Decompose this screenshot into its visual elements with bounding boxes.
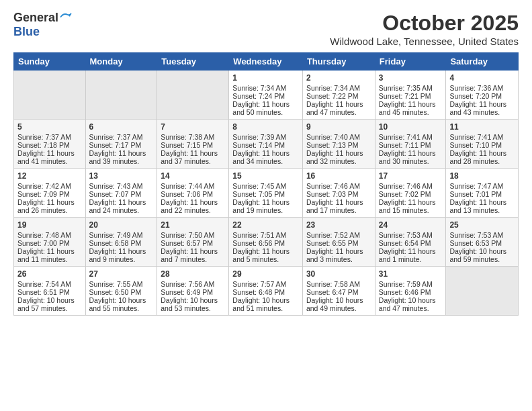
calendar-day-cell: 19 Sunrise: 7:48 AM Sunset: 7:00 PM Dayl… xyxy=(14,218,86,267)
sunrise-text: Sunrise: 7:36 AM xyxy=(449,84,503,92)
day-number: 12 xyxy=(17,171,82,181)
daylight-text: Daylight: 11 hours and 13 minutes. xyxy=(449,198,506,214)
sunset-text: Sunset: 6:50 PM xyxy=(89,288,142,296)
day-of-week-header: Friday xyxy=(375,53,446,71)
sunrise-text: Sunrise: 7:43 AM xyxy=(89,182,143,190)
title-block: October 2025 Wildwood Lake, Tennessee, U… xyxy=(330,11,519,47)
day-number: 26 xyxy=(17,269,82,279)
day-number: 25 xyxy=(449,220,515,230)
sunrise-text: Sunrise: 7:57 AM xyxy=(232,280,286,288)
daylight-text: Daylight: 11 hours and 50 minutes. xyxy=(232,100,290,116)
day-number: 16 xyxy=(306,171,371,181)
day-number: 9 xyxy=(306,122,371,132)
calendar-day-cell: 13 Sunrise: 7:43 AM Sunset: 7:07 PM Dayl… xyxy=(85,169,157,218)
calendar-week-row: 12 Sunrise: 7:42 AM Sunset: 7:09 PM Dayl… xyxy=(14,169,519,218)
daylight-text: Daylight: 10 hours and 55 minutes. xyxy=(89,296,146,312)
sunset-text: Sunset: 7:00 PM xyxy=(17,239,70,247)
calendar-day-cell xyxy=(446,267,519,316)
calendar-day-cell: 23 Sunrise: 7:52 AM Sunset: 6:55 PM Dayl… xyxy=(302,218,375,267)
calendar-day-cell: 31 Sunrise: 7:59 AM Sunset: 6:46 PM Dayl… xyxy=(375,267,446,316)
sunrise-text: Sunrise: 7:44 AM xyxy=(161,182,214,190)
calendar-day-cell: 25 Sunrise: 7:53 AM Sunset: 6:53 PM Dayl… xyxy=(446,218,519,267)
sunset-text: Sunset: 6:57 PM xyxy=(161,239,213,247)
calendar-day-cell: 9 Sunrise: 7:40 AM Sunset: 7:13 PM Dayli… xyxy=(302,120,375,169)
calendar-day-cell: 2 Sunrise: 7:34 AM Sunset: 7:22 PM Dayli… xyxy=(302,71,375,120)
sunrise-text: Sunrise: 7:34 AM xyxy=(232,84,286,92)
logo: General Blue xyxy=(13,11,72,39)
day-number: 11 xyxy=(449,122,515,132)
sunset-text: Sunset: 7:17 PM xyxy=(89,141,142,149)
day-number: 20 xyxy=(89,220,154,230)
calendar-day-cell: 21 Sunrise: 7:50 AM Sunset: 6:57 PM Dayl… xyxy=(157,218,229,267)
logo-icon xyxy=(60,11,72,23)
sunset-text: Sunset: 6:55 PM xyxy=(306,239,359,247)
sunrise-text: Sunrise: 7:45 AM xyxy=(232,182,286,190)
daylight-text: Daylight: 11 hours and 28 minutes. xyxy=(449,149,506,165)
day-number: 19 xyxy=(17,220,82,230)
day-number: 3 xyxy=(379,73,443,83)
sunset-text: Sunset: 7:06 PM xyxy=(161,190,213,198)
sunrise-text: Sunrise: 7:41 AM xyxy=(449,133,503,141)
daylight-text: Daylight: 11 hours and 7 minutes. xyxy=(161,247,218,263)
daylight-text: Daylight: 11 hours and 37 minutes. xyxy=(161,149,218,165)
sunset-text: Sunset: 6:54 PM xyxy=(379,239,431,247)
day-number: 31 xyxy=(379,269,443,279)
day-number: 18 xyxy=(449,171,515,181)
calendar-day-cell: 11 Sunrise: 7:41 AM Sunset: 7:10 PM Dayl… xyxy=(446,120,519,169)
calendar-day-cell: 27 Sunrise: 7:55 AM Sunset: 6:50 PM Dayl… xyxy=(85,267,157,316)
day-of-week-header: Tuesday xyxy=(157,53,229,71)
daylight-text: Daylight: 10 hours and 47 minutes. xyxy=(379,296,436,312)
calendar-day-cell: 26 Sunrise: 7:54 AM Sunset: 6:51 PM Dayl… xyxy=(14,267,86,316)
daylight-text: Daylight: 11 hours and 24 minutes. xyxy=(89,198,146,214)
sunrise-text: Sunrise: 7:38 AM xyxy=(161,133,214,141)
daylight-text: Daylight: 11 hours and 9 minutes. xyxy=(89,247,146,263)
page-header: General Blue October 2025 Wildwood Lake,… xyxy=(13,11,519,47)
calendar-day-cell: 8 Sunrise: 7:39 AM Sunset: 7:14 PM Dayli… xyxy=(229,120,303,169)
sunset-text: Sunset: 7:01 PM xyxy=(449,190,502,198)
calendar-day-cell: 16 Sunrise: 7:46 AM Sunset: 7:03 PM Dayl… xyxy=(302,169,375,218)
day-number: 4 xyxy=(449,73,515,83)
day-number: 1 xyxy=(232,73,299,83)
calendar-day-cell: 3 Sunrise: 7:35 AM Sunset: 7:21 PM Dayli… xyxy=(375,71,446,120)
sunset-text: Sunset: 7:05 PM xyxy=(232,190,285,198)
daylight-text: Daylight: 11 hours and 32 minutes. xyxy=(306,149,363,165)
sunrise-text: Sunrise: 7:37 AM xyxy=(89,133,143,141)
calendar-week-row: 19 Sunrise: 7:48 AM Sunset: 7:00 PM Dayl… xyxy=(14,218,519,267)
daylight-text: Daylight: 11 hours and 34 minutes. xyxy=(232,149,290,165)
calendar-day-cell: 1 Sunrise: 7:34 AM Sunset: 7:24 PM Dayli… xyxy=(229,71,303,120)
daylight-text: Daylight: 11 hours and 15 minutes. xyxy=(379,198,436,214)
sunrise-text: Sunrise: 7:42 AM xyxy=(17,182,71,190)
calendar-day-cell xyxy=(14,71,86,120)
logo-blue-text: Blue xyxy=(13,25,40,39)
calendar-day-cell: 17 Sunrise: 7:46 AM Sunset: 7:02 PM Dayl… xyxy=(375,169,446,218)
daylight-text: Daylight: 11 hours and 22 minutes. xyxy=(161,198,218,214)
calendar-week-row: 26 Sunrise: 7:54 AM Sunset: 6:51 PM Dayl… xyxy=(14,267,519,316)
calendar-day-cell: 14 Sunrise: 7:44 AM Sunset: 7:06 PM Dayl… xyxy=(157,169,229,218)
sunset-text: Sunset: 7:03 PM xyxy=(306,190,359,198)
sunset-text: Sunset: 7:11 PM xyxy=(379,141,431,149)
calendar-day-cell: 15 Sunrise: 7:45 AM Sunset: 7:05 PM Dayl… xyxy=(229,169,303,218)
sunset-text: Sunset: 7:07 PM xyxy=(89,190,142,198)
calendar-day-cell: 24 Sunrise: 7:53 AM Sunset: 6:54 PM Dayl… xyxy=(375,218,446,267)
day-of-week-header: Thursday xyxy=(302,53,375,71)
day-number: 17 xyxy=(379,171,443,181)
sunset-text: Sunset: 6:47 PM xyxy=(306,288,359,296)
daylight-text: Daylight: 11 hours and 19 minutes. xyxy=(232,198,290,214)
sunset-text: Sunset: 7:22 PM xyxy=(306,92,359,100)
sunrise-text: Sunrise: 7:39 AM xyxy=(232,133,286,141)
calendar-day-cell: 5 Sunrise: 7:37 AM Sunset: 7:18 PM Dayli… xyxy=(14,120,86,169)
calendar-header-row: SundayMondayTuesdayWednesdayThursdayFrid… xyxy=(14,53,519,71)
daylight-text: Daylight: 11 hours and 1 minute. xyxy=(379,247,436,263)
daylight-text: Daylight: 11 hours and 30 minutes. xyxy=(379,149,436,165)
calendar-table: SundayMondayTuesdayWednesdayThursdayFrid… xyxy=(13,52,519,316)
sunrise-text: Sunrise: 7:55 AM xyxy=(89,280,143,288)
sunset-text: Sunset: 6:48 PM xyxy=(232,288,285,296)
sunset-text: Sunset: 7:10 PM xyxy=(449,141,502,149)
sunrise-text: Sunrise: 7:53 AM xyxy=(379,231,433,239)
daylight-text: Daylight: 11 hours and 45 minutes. xyxy=(379,100,436,116)
sunrise-text: Sunrise: 7:41 AM xyxy=(379,133,433,141)
calendar-day-cell: 4 Sunrise: 7:36 AM Sunset: 7:20 PM Dayli… xyxy=(446,71,519,120)
day-number: 8 xyxy=(232,122,299,132)
sunrise-text: Sunrise: 7:47 AM xyxy=(449,182,503,190)
daylight-text: Daylight: 11 hours and 3 minutes. xyxy=(306,247,363,263)
